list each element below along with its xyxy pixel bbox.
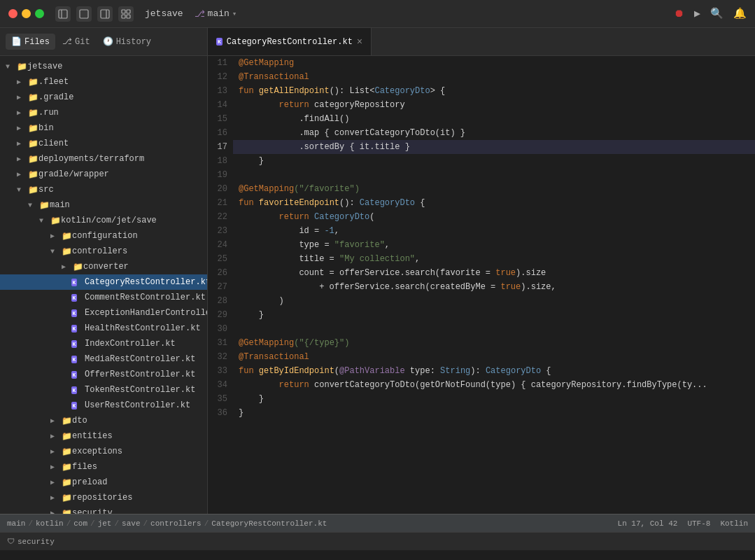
tree-item-security[interactable]: ▶ 📁 security (0, 505, 207, 514)
language: Kotlin (720, 519, 748, 528)
code-line-11: @GetMapping (233, 56, 755, 70)
bottombar-left: 🛡 security (7, 537, 55, 546)
editor-area: K CategoryRestController.kt × 11 12 13 1… (208, 28, 755, 514)
tab-filename: CategoryRestController.kt (227, 37, 353, 47)
editor-tab-category[interactable]: K CategoryRestController.kt × (208, 28, 372, 55)
tree-item-exceptions[interactable]: ▶ 📁 exceptions (0, 444, 207, 459)
code-line-18: } (233, 154, 755, 168)
git-icon: ⎇ (62, 36, 72, 47)
tree-item-exception-controller[interactable]: K ExceptionHandlerControlle... (0, 305, 207, 321)
code-line-28: ) (233, 294, 755, 308)
tab-close-icon[interactable]: × (357, 36, 362, 48)
breadcrumb: main / kotlin / com / jet / save / contr… (7, 519, 327, 528)
code-line-25: title = "My collection", (233, 252, 755, 266)
code-line-12: @Transactional (233, 70, 755, 84)
code-line-26: count = offerService.search(favorite = t… (233, 266, 755, 280)
svg-rect-3 (101, 10, 109, 18)
code-line-20: @GetMapping("/favorite") (233, 182, 755, 196)
maximize-button[interactable] (35, 9, 44, 18)
tree-item-offer-controller[interactable]: K OfferRestController.kt (0, 367, 207, 382)
tree-item-bin[interactable]: ▶ 📁 bin (0, 120, 207, 136)
tree-item-main[interactable]: ▼ 📁 main (0, 197, 207, 213)
tree-item-repositories[interactable]: ▶ 📁 repositories (0, 490, 207, 505)
sidebar: 📄 Files ⎇ Git 🕐 History ▼ 📁 jetsave ▶ (0, 28, 208, 514)
code-line-17: .sortedBy { it.title } (233, 140, 755, 154)
search-icon[interactable]: 🔍 (710, 7, 724, 20)
svg-rect-5 (122, 10, 125, 13)
kotlin-file-icon: K (216, 38, 223, 46)
tree-item-gradle-wrapper[interactable]: ▶ 📁 gradle/wrapper (0, 167, 207, 182)
tree-item-converter[interactable]: ▶ 📁 converter (0, 259, 207, 274)
code-line-33: fun getByIdEndpoint(@PathVariable type: … (233, 364, 755, 378)
sidebar-tab-files[interactable]: 📄 Files (6, 34, 55, 50)
svg-rect-6 (127, 10, 130, 13)
code-line-14: return categoryRepository (233, 98, 755, 112)
tree-item-index-controller[interactable]: K IndexController.kt (0, 336, 207, 351)
tree-item-preload[interactable]: ▶ 📁 preload (0, 475, 207, 490)
svg-rect-7 (122, 15, 125, 18)
security-badge[interactable]: 🛡 security (7, 537, 55, 546)
line-numbers: 11 12 13 14 15 16 17 18 19 20 21 22 23 2… (208, 56, 233, 514)
tree-item-client[interactable]: ▶ 📁 client (0, 136, 207, 151)
tree-item-category-controller[interactable]: K CategoryRestController.kt (0, 274, 207, 290)
code-line-22: return CategoryDto( (233, 210, 755, 224)
file-tree: ▼ 📁 jetsave ▶ 📁 .fleet ▶ 📁 .gradle ▶ 📁 .… (0, 56, 207, 514)
code-lines[interactable]: @GetMapping @Transactional fun getAllEnd… (233, 56, 755, 514)
traffic-lights (8, 9, 44, 18)
close-button[interactable] (8, 9, 17, 18)
tree-item-src[interactable]: ▼ 📁 src (0, 182, 207, 197)
history-icon: 🕐 (103, 36, 113, 47)
code-line-24: type = "favorite", (233, 238, 755, 252)
tree-item-comment-controller[interactable]: K CommentRestController.kt (0, 290, 207, 305)
tree-item-gradle-dot[interactable]: ▶ 📁 .gradle (0, 90, 207, 105)
tree-item-fleet[interactable]: ▶ 📁 .fleet (0, 74, 207, 90)
svg-rect-8 (127, 15, 130, 18)
main-layout: 📄 Files ⎇ Git 🕐 History ▼ 📁 jetsave ▶ (0, 28, 755, 514)
security-label: security (17, 538, 55, 546)
code-line-30 (233, 322, 755, 336)
cursor-position: Ln 17, Col 42 (618, 519, 678, 528)
code-editor[interactable]: 11 12 13 14 15 16 17 18 19 20 21 22 23 2… (208, 56, 755, 514)
tree-item-media-controller[interactable]: K MediaRestController.kt (0, 351, 207, 367)
tree-item-files[interactable]: ▶ 📁 files (0, 459, 207, 475)
sidebar-right-icon[interactable] (97, 6, 113, 22)
tree-item-run[interactable]: ▶ 📁 .run (0, 105, 207, 120)
tree-item-entities[interactable]: ▶ 📁 entities (0, 428, 207, 444)
minimize-button[interactable] (22, 9, 31, 18)
tree-item-user-controller[interactable]: K UserRestController.kt (0, 398, 207, 413)
code-line-23: id = -1, (233, 224, 755, 238)
tree-item-kotlin-path[interactable]: ▼ 📁 kotlin/com/jet/save (0, 213, 207, 228)
sidebar-tabs: 📄 Files ⎇ Git 🕐 History (0, 28, 207, 56)
statusbar: main / kotlin / com / jet / save / contr… (0, 514, 755, 532)
code-line-21: fun favoriteEndpoint(): CategoryDto { (233, 196, 755, 210)
code-line-19 (233, 168, 755, 182)
grid-icon[interactable] (118, 6, 134, 22)
sidebar-tab-history[interactable]: 🕐 History (97, 34, 157, 50)
tree-item-jetsave[interactable]: ▼ 📁 jetsave (0, 59, 207, 74)
tree-item-controllers[interactable]: ▼ 📁 controllers (0, 244, 207, 259)
code-line-16: .map { convertCategoryToDto(it) } (233, 126, 755, 140)
record-icon[interactable]: ⏺ (674, 8, 684, 20)
project-name[interactable]: jetsave (145, 8, 183, 19)
code-line-36: } (233, 406, 755, 420)
sidebar-tab-git[interactable]: ⎇ Git (57, 34, 96, 50)
tree-item-configuration[interactable]: ▶ 📁 configuration (0, 228, 207, 244)
statusbar-right: Ln 17, Col 42 UTF-8 Kotlin (618, 519, 748, 528)
layout-square-icon[interactable] (76, 6, 92, 22)
titlebar-actions: ⏺ ▶ 🔍 🔔 (674, 7, 747, 20)
editor-tabs: K CategoryRestController.kt × (208, 28, 755, 56)
bell-icon[interactable]: 🔔 (733, 7, 747, 20)
sidebar-toggle-icon[interactable] (55, 6, 71, 22)
tree-item-token-controller[interactable]: K TokenRestController.kt (0, 382, 207, 398)
tree-item-deployments[interactable]: ▶ 📁 deployments/terraform (0, 151, 207, 167)
files-icon: 📄 (11, 36, 22, 47)
play-icon[interactable]: ▶ (694, 7, 700, 20)
code-line-34: return convertCategoryToDto(getOrNotFoun… (233, 378, 755, 392)
encoding: UTF-8 (687, 519, 710, 528)
code-line-35: } (233, 392, 755, 406)
tree-item-health-controller[interactable]: K HealthRestController.kt (0, 321, 207, 336)
branch-selector[interactable]: ⎇ main ▾ (195, 8, 237, 20)
code-line-15: .findAll() (233, 112, 755, 126)
tree-item-dto[interactable]: ▶ 📁 dto (0, 413, 207, 428)
shield-icon: 🛡 (7, 537, 15, 546)
